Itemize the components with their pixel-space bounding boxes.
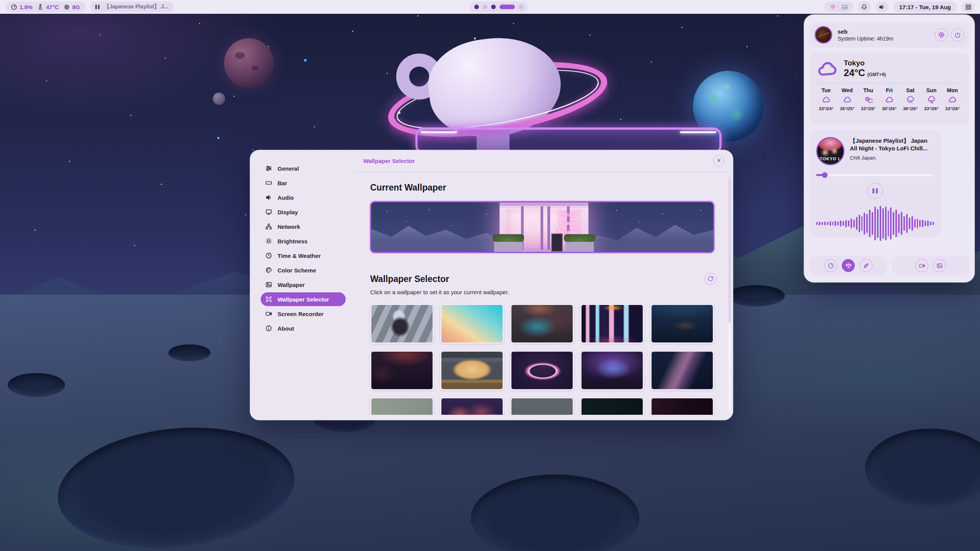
visualizer-bar xyxy=(837,222,839,225)
leaf-icon xyxy=(863,262,869,269)
weather-timezone: (GMT+9) xyxy=(867,72,886,77)
settings-scroll-area[interactable]: Current Wallpaper Fresh Moon Beans xyxy=(355,172,730,415)
memory-stat: 8G xyxy=(64,4,80,10)
volume-button[interactable] xyxy=(875,2,889,12)
visualizer-bar xyxy=(827,222,828,225)
wallpaper-thumbnail-teal-orange-blur[interactable] xyxy=(510,304,574,344)
visualizer-bar xyxy=(903,216,905,231)
wallpaper-thumbnail-dark-blue-forest[interactable] xyxy=(650,304,714,344)
close-button[interactable]: × xyxy=(713,155,725,166)
visualizer-bar xyxy=(866,214,868,233)
wallpaper-thumbnail-purple-ring-blackhole[interactable] xyxy=(510,350,574,390)
workspace-dot-4-active[interactable] xyxy=(500,5,515,9)
wallpaper-thumbnail-neon-arcade[interactable] xyxy=(580,304,644,344)
small-moon xyxy=(213,93,225,105)
wallpaper-thumbnail-coral-trees[interactable] xyxy=(440,397,504,415)
workspace-dot-3[interactable] xyxy=(491,5,496,9)
sidebar-item-color-scheme[interactable]: Color Scheme xyxy=(261,263,346,277)
preview-mountain-left xyxy=(371,212,515,252)
wallpaper-thumbnail-red-glow-figure[interactable] xyxy=(370,350,434,390)
wallpaper-button[interactable] xyxy=(933,259,946,272)
sidebar-item-display[interactable]: Display xyxy=(261,205,346,219)
wallpaper-thumbnail-lofi-coffee-shop[interactable] xyxy=(440,350,504,390)
refresh-icon xyxy=(707,276,714,282)
scales-icon xyxy=(845,262,852,269)
clock[interactable]: 17:17 - Tue, 19 Aug xyxy=(893,2,957,12)
visualizer-bar xyxy=(898,214,900,233)
shrimp-icon[interactable] xyxy=(830,4,836,10)
visualizer-bar xyxy=(824,222,826,225)
weather-forecast: Tue 33°/24° Wed 35°/25° Thu 33°/26° Fri … xyxy=(816,87,962,111)
visualizer-bar xyxy=(816,222,818,225)
sidebar-item-general[interactable]: General xyxy=(261,161,346,175)
power-button[interactable] xyxy=(951,28,964,41)
sidebar-item-about[interactable]: About xyxy=(261,321,346,335)
system-stats-pill[interactable]: 1.8% 47°C 8G xyxy=(5,2,85,12)
sidebar-item-screen-recorder[interactable]: Screen Recorder xyxy=(261,307,346,321)
weather-temp: 24°C xyxy=(844,67,865,78)
notifications-button[interactable] xyxy=(858,2,871,12)
wallpaper-thumbnail-grey-slab[interactable] xyxy=(510,397,574,415)
window-scrollbar[interactable] xyxy=(728,177,731,412)
tune-icon xyxy=(265,165,272,172)
preview-stars xyxy=(371,202,372,203)
info-icon xyxy=(265,325,272,332)
wallpaper-selector-icon xyxy=(265,296,272,303)
seek-slider[interactable] xyxy=(816,172,934,178)
media-pill[interactable]: 【Japanese Playlist】 J... xyxy=(90,2,174,12)
clock-icon xyxy=(265,252,272,259)
slider-track xyxy=(816,174,934,176)
current-wallpaper-preview: Fresh Moon Beans xyxy=(370,201,714,253)
shop-mullion xyxy=(541,206,543,250)
wallpaper-thumbnail-mesh-wave[interactable] xyxy=(650,350,714,390)
sidebar-item-brightness[interactable]: Brightness xyxy=(261,234,346,248)
slider-knob[interactable] xyxy=(822,172,828,178)
sidebar-item-wallpaper-selector[interactable]: Wallpaper Selector xyxy=(261,292,346,306)
balanced-profile-button[interactable] xyxy=(842,259,855,272)
wallpaper-thumbnail-anime-girl-crosswalk[interactable] xyxy=(370,304,434,344)
visualizer-bar xyxy=(933,222,934,225)
visualizer-bar xyxy=(882,208,884,239)
visualizer-bar xyxy=(864,213,865,235)
thermometer-icon xyxy=(37,4,44,10)
sidebar-item-wallpaper[interactable]: Wallpaper xyxy=(261,278,346,292)
cloud-icon xyxy=(948,96,957,104)
picture-icon[interactable] xyxy=(841,4,848,10)
dashboard-button[interactable] xyxy=(962,2,975,12)
refresh-button[interactable] xyxy=(704,273,717,285)
wallpaper-thumbnail-dark-maroon[interactable] xyxy=(650,397,714,415)
workspace-dot-1[interactable] xyxy=(474,5,479,9)
power-icon xyxy=(954,32,961,38)
crater xyxy=(8,373,65,397)
screen-record-button[interactable] xyxy=(915,259,928,272)
wallpaper-thumbnail-dark-teal[interactable] xyxy=(580,397,644,415)
sidebar-item-bar[interactable]: Bar xyxy=(261,176,346,190)
visualizer-bar xyxy=(917,218,918,229)
system-tray xyxy=(824,2,853,12)
image-icon xyxy=(265,281,272,288)
powersaver-profile-button[interactable] xyxy=(859,259,872,272)
visualizer-bar xyxy=(901,212,902,235)
wallpaper-thumbnail-nebula-forest[interactable] xyxy=(580,350,644,390)
sidebar-item-time-weather[interactable]: Time & Weather xyxy=(261,249,346,262)
weather-city: Tokyo xyxy=(844,59,886,67)
workspace-dot-5[interactable] xyxy=(519,5,523,9)
chip-icon xyxy=(64,4,70,10)
performance-profile-button[interactable] xyxy=(824,259,837,272)
scrollbar-thumb[interactable] xyxy=(728,177,731,323)
visualizer-bar xyxy=(840,220,841,226)
sidebar-item-audio[interactable]: Audio xyxy=(261,191,346,204)
wallpaper-thumbnail-grey-green-flat[interactable] xyxy=(370,397,434,415)
cloud-icon xyxy=(843,96,852,104)
pause-icon xyxy=(95,5,100,9)
wallpaper-thumbnail-pastel-gradient[interactable] xyxy=(440,304,504,344)
visualizer-bar xyxy=(832,222,834,225)
sidebar-item-network[interactable]: Network xyxy=(261,220,346,233)
visualizer-bar xyxy=(835,221,836,226)
pause-button[interactable] xyxy=(867,183,883,199)
settings-button[interactable] xyxy=(935,28,948,41)
sidebar-label: General xyxy=(278,165,299,172)
crater xyxy=(727,285,785,306)
preview-coffee-shop: Fresh Moon Beans xyxy=(500,202,588,252)
workspace-dot-2[interactable] xyxy=(483,5,487,9)
